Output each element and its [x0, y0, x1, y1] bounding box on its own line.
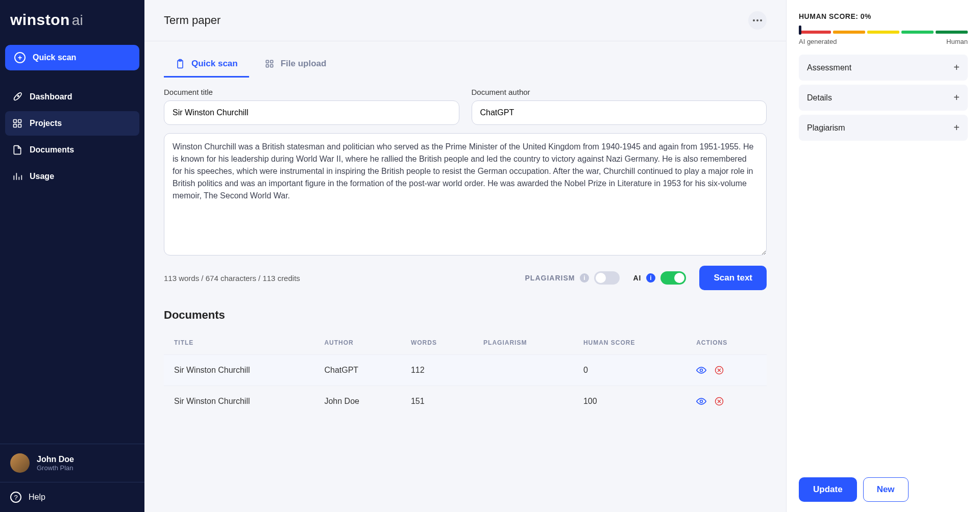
- header: Term paper: [144, 0, 786, 41]
- sidebar: winston ai + Quick scan Dashboard Projec…: [0, 0, 144, 512]
- accordion-details[interactable]: Details +: [799, 85, 968, 111]
- counts-text: 113 words / 674 characters / 113 credits: [164, 274, 300, 283]
- cell-title: Sir Winston Churchill: [164, 386, 314, 417]
- info-icon[interactable]: i: [580, 273, 589, 283]
- cell-author: ChatGPT: [314, 355, 400, 386]
- more-button[interactable]: [748, 11, 767, 30]
- page-title: Term paper: [164, 14, 220, 27]
- clipboard-icon: [175, 59, 185, 69]
- plagiarism-label: PLAGIARISM: [525, 274, 575, 282]
- info-icon[interactable]: i: [646, 273, 655, 283]
- help-link[interactable]: ? Help: [0, 482, 144, 512]
- scan-button[interactable]: Scan text: [699, 266, 767, 290]
- plagiarism-toggle-group: PLAGIARISM i: [525, 271, 620, 285]
- grid-small-icon: [264, 59, 275, 69]
- toggle-group: PLAGIARISM i AI i Scan text: [525, 266, 767, 290]
- documents-heading: Documents: [164, 309, 767, 322]
- cell-human: 0: [573, 355, 686, 386]
- col-words: WORDS: [401, 331, 473, 355]
- accordion-label: Assessment: [807, 63, 851, 72]
- svg-rect-10: [266, 60, 268, 63]
- quick-scan-label: Quick scan: [33, 53, 76, 62]
- ai-toggle-group: AI i: [633, 271, 686, 285]
- col-actions: ACTIONS: [686, 331, 767, 355]
- table-row[interactable]: Sir Winston Churchill ChatGPT 112 0: [164, 355, 767, 386]
- delete-icon[interactable]: [715, 366, 724, 375]
- help-icon: ?: [10, 492, 21, 503]
- documents-table: TITLE AUTHOR WORDS PLAGIARISM HUMAN SCOR…: [164, 331, 767, 417]
- logo: winston ai: [0, 0, 144, 41]
- sidebar-item-documents[interactable]: Documents: [5, 138, 139, 162]
- accordion-plagiarism[interactable]: Plagiarism +: [799, 115, 968, 141]
- gauge-needle-icon: [799, 25, 801, 35]
- user-plan: Growth Plan: [37, 464, 74, 472]
- eye-icon[interactable]: [696, 365, 706, 375]
- sidebar-item-dashboard[interactable]: Dashboard: [5, 85, 139, 109]
- cell-human: 100: [573, 386, 686, 417]
- title-input[interactable]: [164, 100, 459, 125]
- svg-rect-2: [18, 120, 21, 123]
- sidebar-item-usage[interactable]: Usage: [5, 164, 139, 189]
- tab-quick-scan[interactable]: Quick scan: [164, 52, 249, 78]
- user-block[interactable]: John Doe Growth Plan: [0, 444, 144, 482]
- svg-rect-12: [266, 65, 268, 67]
- accordion-label: Plagiarism: [807, 123, 845, 133]
- documents-section: Documents TITLE AUTHOR WORDS PLAGIARISM …: [144, 304, 786, 417]
- ai-label: AI: [633, 274, 641, 282]
- main: Term paper Quick scan File upload Docume…: [144, 0, 786, 512]
- plus-icon: +: [953, 62, 960, 73]
- bars-icon: [12, 171, 22, 182]
- delete-icon[interactable]: [715, 397, 724, 406]
- tabs: Quick scan File upload: [144, 41, 786, 78]
- avatar: [10, 453, 30, 473]
- dots-icon: [753, 19, 762, 21]
- svg-point-6: [756, 19, 758, 21]
- svg-rect-13: [270, 65, 273, 67]
- sidebar-item-label: Dashboard: [30, 92, 72, 101]
- svg-point-0: [17, 95, 19, 97]
- logo-suffix: ai: [72, 12, 83, 29]
- controls-row: 113 words / 674 characters / 113 credits…: [144, 258, 786, 304]
- update-button[interactable]: Update: [799, 477, 857, 502]
- plus-circle-icon: +: [14, 52, 26, 63]
- svg-rect-4: [18, 124, 21, 127]
- tab-file-upload[interactable]: File upload: [253, 52, 338, 78]
- sidebar-item-label: Usage: [30, 172, 54, 181]
- svg-point-16: [700, 400, 703, 403]
- title-label: Document title: [164, 88, 459, 96]
- svg-point-14: [700, 369, 703, 372]
- cell-plagiarism: [473, 355, 573, 386]
- svg-point-5: [753, 19, 755, 21]
- sidebar-item-projects[interactable]: Projects: [5, 111, 139, 136]
- user-name: John Doe: [37, 455, 74, 464]
- score-gauge: [799, 25, 968, 36]
- cell-plagiarism: [473, 386, 573, 417]
- cell-words: 151: [401, 386, 473, 417]
- svg-rect-3: [14, 124, 17, 127]
- table-row[interactable]: Sir Winston Churchill John Doe 151 100: [164, 386, 767, 417]
- ai-switch[interactable]: [660, 271, 686, 285]
- plagiarism-switch[interactable]: [594, 271, 620, 285]
- svg-rect-1: [14, 120, 17, 123]
- author-input[interactable]: [472, 100, 767, 125]
- sidebar-item-label: Documents: [30, 145, 74, 155]
- col-author: AUTHOR: [314, 331, 400, 355]
- new-button[interactable]: New: [863, 477, 909, 502]
- accordion-assessment[interactable]: Assessment +: [799, 55, 968, 81]
- logo-word: winston: [10, 11, 70, 29]
- eye-icon[interactable]: [696, 396, 706, 406]
- col-plagiarism: PLAGIARISM: [473, 331, 573, 355]
- gauge-left-label: AI generated: [799, 38, 837, 45]
- gauge-right-label: Human: [946, 38, 968, 45]
- form-area: Document title Document author: [144, 78, 786, 258]
- cell-words: 112: [401, 355, 473, 386]
- body-textarea[interactable]: [164, 133, 767, 255]
- col-title: TITLE: [164, 331, 314, 355]
- plus-icon: +: [953, 122, 960, 134]
- svg-rect-11: [270, 60, 273, 63]
- col-human: HUMAN SCORE: [573, 331, 686, 355]
- plus-icon: +: [953, 92, 960, 104]
- help-label: Help: [29, 493, 45, 502]
- accordion-label: Details: [807, 93, 832, 103]
- quick-scan-button[interactable]: + Quick scan: [5, 45, 139, 70]
